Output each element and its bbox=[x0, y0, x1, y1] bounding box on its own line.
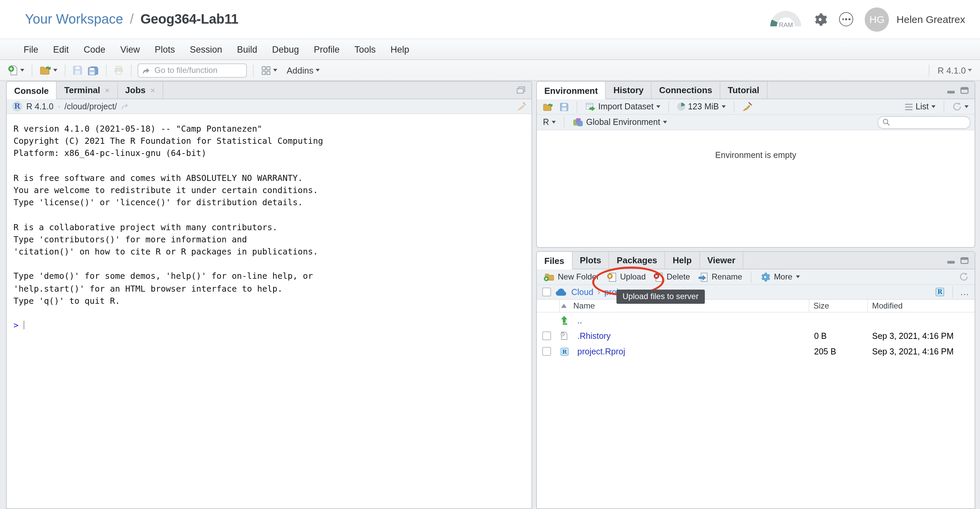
menu-tools[interactable]: Tools bbox=[347, 44, 383, 54]
console-line: Type 'demo()' for some demos, 'help()' f… bbox=[13, 270, 525, 282]
pane-layout-button[interactable] bbox=[260, 64, 278, 77]
print-button[interactable] bbox=[113, 64, 125, 76]
gear-icon[interactable] bbox=[813, 12, 828, 27]
header-size-cell[interactable]: Size bbox=[809, 300, 867, 312]
table-row-parent-dir[interactable]: .. bbox=[537, 313, 975, 328]
environment-pane-controls bbox=[947, 82, 975, 99]
restore-panes-icon[interactable] bbox=[517, 86, 525, 94]
row-checkbox[interactable] bbox=[542, 347, 551, 356]
display-mode-button[interactable]: List bbox=[902, 102, 937, 112]
r-version-selector[interactable]: R 4.1.0 bbox=[936, 64, 973, 77]
forward-arrow-icon[interactable] bbox=[121, 102, 130, 110]
memory-pie-icon bbox=[677, 103, 685, 111]
tab-files[interactable]: Files bbox=[537, 252, 572, 270]
clear-console-icon[interactable] bbox=[517, 102, 526, 111]
goto-file-input[interactable] bbox=[153, 65, 243, 76]
console-tabbar: Console Terminal × Jobs × bbox=[7, 82, 531, 99]
main-toolbar: Addins R 4.1.0 bbox=[0, 60, 980, 81]
save-button[interactable] bbox=[72, 64, 84, 76]
avatar[interactable]: HG bbox=[865, 7, 889, 31]
upload-button[interactable]: Upload bbox=[605, 272, 649, 282]
close-icon[interactable]: × bbox=[150, 85, 155, 95]
select-all-checkbox[interactable] bbox=[542, 287, 551, 296]
goto-file-search[interactable] bbox=[138, 63, 247, 77]
breadcrumb-separator: / bbox=[130, 11, 134, 27]
clear-environment-button[interactable] bbox=[741, 102, 754, 112]
minimize-pane-icon[interactable] bbox=[947, 257, 955, 263]
save-all-button[interactable] bbox=[86, 64, 100, 77]
environment-search[interactable] bbox=[878, 116, 970, 129]
menu-view[interactable]: View bbox=[113, 44, 147, 54]
menu-build[interactable]: Build bbox=[230, 44, 265, 54]
new-file-button[interactable] bbox=[7, 64, 25, 77]
maximize-pane-icon[interactable] bbox=[961, 87, 969, 94]
menu-edit[interactable]: Edit bbox=[46, 44, 76, 54]
tab-connections[interactable]: Connections bbox=[652, 82, 720, 99]
menu-help[interactable]: Help bbox=[383, 44, 417, 54]
rename-button[interactable]: Rename bbox=[695, 272, 745, 282]
table-row-rhistory[interactable]: .Rhistory 0 B Sep 3, 2021, 4:16 PM bbox=[537, 328, 975, 344]
console-line bbox=[13, 258, 525, 270]
tab-viewer[interactable]: Viewer bbox=[700, 252, 743, 269]
tab-plots[interactable]: Plots bbox=[572, 252, 609, 269]
tab-history[interactable]: History bbox=[606, 82, 652, 99]
more-button[interactable]: More bbox=[758, 272, 803, 282]
path-overflow-button[interactable]: ... bbox=[961, 287, 969, 297]
language-selector[interactable]: R bbox=[541, 118, 558, 127]
global-environment-icon bbox=[573, 118, 584, 127]
ram-label: RAM bbox=[771, 21, 802, 28]
tab-packages[interactable]: Packages bbox=[609, 252, 665, 269]
console-output[interactable]: R version 4.1.0 (2021-05-18) -- "Camp Po… bbox=[7, 114, 531, 332]
console-line: 'citation()' on how to cite R or R packa… bbox=[13, 246, 525, 258]
table-row-rproj[interactable]: R project.Rproj 205 B Sep 3, 2021, 4:16 … bbox=[537, 344, 975, 359]
refresh-files-button[interactable] bbox=[957, 272, 970, 281]
load-workspace-button[interactable] bbox=[541, 102, 555, 111]
close-icon[interactable]: × bbox=[105, 85, 110, 95]
refresh-environment-button[interactable] bbox=[950, 102, 970, 112]
environment-scope-selector[interactable]: Global Environment bbox=[571, 118, 669, 127]
tab-jobs[interactable]: Jobs × bbox=[118, 82, 163, 99]
save-all-icon bbox=[88, 65, 99, 75]
tab-console[interactable]: Console bbox=[7, 82, 57, 99]
tab-environment[interactable]: Environment bbox=[537, 82, 606, 99]
menu-profile[interactable]: Profile bbox=[306, 44, 347, 54]
delete-button[interactable]: Delete bbox=[651, 272, 693, 282]
chevron-down-icon bbox=[796, 275, 800, 278]
file-link[interactable]: project.Rproj bbox=[578, 347, 625, 356]
console-prompt-line[interactable]: > bbox=[13, 319, 525, 332]
open-file-button[interactable] bbox=[38, 64, 59, 76]
addins-button[interactable]: Addins bbox=[285, 64, 321, 77]
import-dataset-icon bbox=[585, 102, 595, 112]
header-checkbox-cell bbox=[537, 300, 560, 312]
file-link[interactable]: .. bbox=[578, 316, 582, 325]
save-workspace-button[interactable] bbox=[558, 102, 571, 111]
tab-tutorial[interactable]: Tutorial bbox=[720, 82, 767, 99]
breadcrumb-cloud-link[interactable]: Cloud bbox=[571, 287, 593, 297]
minimize-pane-icon[interactable] bbox=[947, 87, 955, 94]
menu-debug[interactable]: Debug bbox=[265, 44, 307, 54]
menu-plots[interactable]: Plots bbox=[147, 44, 183, 54]
menu-session[interactable]: Session bbox=[183, 44, 230, 54]
refresh-icon bbox=[959, 272, 969, 281]
header-actions: RAM HG Helen Greatrex bbox=[771, 7, 965, 31]
workspace-link[interactable]: Your Workspace bbox=[25, 11, 123, 27]
chevron-down-icon bbox=[968, 69, 972, 72]
refresh-icon bbox=[952, 102, 962, 112]
row-checkbox[interactable] bbox=[542, 332, 551, 340]
more-options-icon[interactable] bbox=[839, 12, 854, 26]
environment-search-input[interactable] bbox=[893, 118, 966, 127]
menu-file[interactable]: File bbox=[16, 44, 46, 54]
console-line: Copyright (C) 2021 The R Foundation for … bbox=[13, 135, 525, 147]
grid-icon bbox=[261, 65, 271, 75]
tab-help[interactable]: Help bbox=[665, 252, 700, 269]
header-modified-cell[interactable]: Modified bbox=[867, 300, 975, 312]
file-link[interactable]: .Rhistory bbox=[578, 331, 611, 341]
menu-code[interactable]: Code bbox=[76, 44, 113, 54]
maximize-pane-icon[interactable] bbox=[961, 257, 969, 263]
import-dataset-button[interactable]: Import Dataset bbox=[584, 102, 662, 112]
memory-usage-button[interactable]: 123 MiB bbox=[675, 102, 728, 112]
tab-terminal[interactable]: Terminal × bbox=[57, 82, 118, 99]
ram-gauge[interactable]: RAM bbox=[771, 10, 802, 28]
console-prompt: > bbox=[13, 320, 19, 330]
new-folder-button[interactable]: New Folder bbox=[541, 272, 602, 281]
